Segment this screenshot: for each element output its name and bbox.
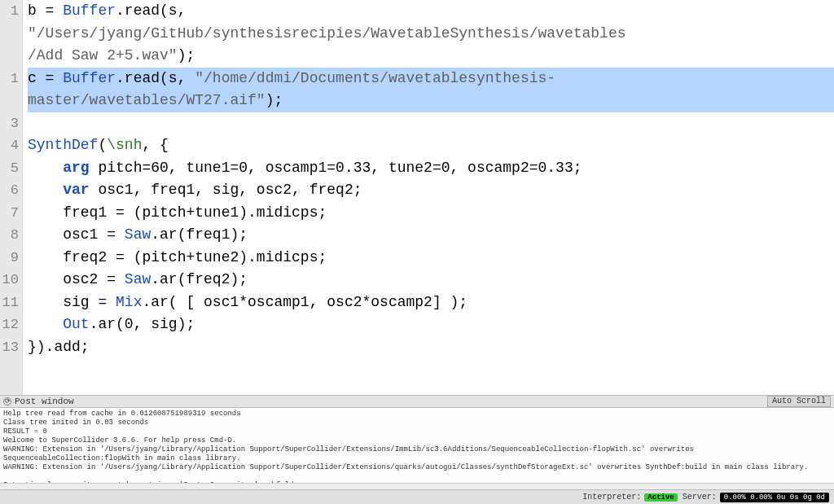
code-token: "/Users/jyang/GitHub/synthesisrecipies/W… — [28, 25, 626, 42]
code-token: Saw — [125, 271, 151, 287]
code-line[interactable]: var osc1, freq1, sig, osc2, freq2; — [28, 179, 834, 202]
line-number: 10 — [0, 269, 19, 291]
interpreter-label: Interpreter: — [582, 493, 641, 502]
line-number: 11 — [0, 291, 19, 314]
code-line[interactable]: }).add; — [28, 336, 834, 359]
line-number: 4 — [0, 134, 19, 157]
code-line[interactable]: sig = Mix.ar( [ osc1*oscamp1, osc2*oscam… — [28, 291, 834, 314]
code-token: c = — [28, 70, 63, 86]
server-metrics[interactable]: 0.00% 0.00% 0u 0s 0g 0d — [720, 493, 829, 502]
code-token: \snh — [107, 137, 142, 153]
line-number — [0, 23, 19, 46]
code-token: .read(s, — [116, 70, 195, 86]
horizontal-scrollbar[interactable] — [0, 483, 834, 489]
line-number: 9 — [0, 247, 19, 270]
code-token: Mix — [116, 294, 142, 310]
post-window[interactable]: Help tree read from cache in 0.012608751… — [0, 408, 834, 483]
code-line[interactable] — [28, 358, 834, 381]
interpreter-status: Interpreter: Active — [582, 493, 677, 502]
status-bar: Interpreter: Active Server: 0.00% 0.00% … — [0, 489, 834, 504]
code-token: var — [63, 182, 89, 198]
code-line[interactable]: b = Buffer.read(s, — [28, 0, 834, 23]
code-token: arg — [63, 160, 89, 176]
code-line[interactable]: arg pitch=60, tune1=0, oscamp1=0.33, tun… — [28, 157, 834, 180]
code-token: master/wavetables/WT27.aif" — [28, 92, 266, 108]
line-number: 5 — [0, 157, 19, 180]
code-line[interactable]: osc2 = Saw.ar(freq2); — [28, 269, 834, 291]
post-window-header: ⟳ Post window Auto Scroll — [0, 395, 834, 408]
line-number — [0, 358, 19, 381]
code-token — [28, 160, 63, 176]
line-number-gutter: 11345678910111213 — [0, 0, 23, 395]
post-window-icon: ⟳ — [3, 397, 11, 405]
line-number: 12 — [0, 313, 19, 336]
auto-scroll-button[interactable]: Auto Scroll — [767, 396, 831, 407]
code-token — [28, 316, 63, 332]
code-token: .ar(0, sig); — [90, 316, 195, 332]
code-line[interactable]: /Add Saw 2+5.wav"); — [28, 45, 834, 68]
code-token: osc2 = — [28, 271, 125, 287]
code-token: ( — [98, 137, 107, 153]
line-number — [0, 90, 19, 112]
code-token: ); — [266, 92, 283, 108]
code-token: .ar(freq1); — [151, 226, 248, 243]
code-line[interactable]: "/Users/jyang/GitHub/synthesisrecipies/W… — [28, 23, 834, 46]
code-token: sig = — [28, 294, 116, 310]
code-token: pitch=60, tune1=0, oscamp1=0.33, tune2=0… — [90, 160, 582, 176]
code-token: , { — [142, 137, 168, 153]
code-line[interactable]: freq2 = (pitch+tune2).midicps; — [28, 247, 834, 270]
code-line[interactable]: osc1 = Saw.ar(freq1); — [28, 224, 834, 247]
code-token: ); — [178, 47, 195, 64]
code-token: /Add Saw 2+5.wav" — [28, 47, 178, 64]
line-number: 13 — [0, 336, 19, 359]
line-number: 7 — [0, 202, 19, 225]
code-line[interactable]: Out.ar(0, sig); — [28, 313, 834, 336]
server-status: Server: 0.00% 0.00% 0u 0s 0g 0d — [683, 493, 829, 502]
code-token: Buffer — [63, 2, 116, 19]
code-token: osc1 = — [28, 226, 125, 243]
line-number: 1 — [0, 68, 19, 90]
interpreter-state[interactable]: Active — [644, 493, 677, 502]
code-token — [28, 182, 63, 198]
post-window-title: Post window — [15, 397, 74, 406]
line-number: 3 — [0, 112, 19, 135]
code-token: .ar( [ osc1*oscamp1, osc2*oscamp2] ); — [142, 294, 467, 310]
code-area[interactable]: b = Buffer.read(s,"/Users/jyang/GitHub/s… — [23, 0, 834, 395]
code-line[interactable]: master/wavetables/WT27.aif"); — [28, 90, 834, 112]
code-token: }).add; — [28, 339, 90, 355]
code-token: osc1, freq1, sig, osc2, freq2; — [90, 182, 362, 198]
code-editor[interactable]: 11345678910111213 b = Buffer.read(s,"/Us… — [0, 0, 834, 395]
code-token: b = — [28, 2, 63, 19]
code-line[interactable]: freq1 = (pitch+tune1).midicps; — [28, 202, 834, 225]
line-number: 6 — [0, 179, 19, 202]
code-token: Out — [63, 316, 89, 332]
code-token: Buffer — [63, 70, 116, 86]
code-line[interactable]: SynthDef(\snh, { — [28, 134, 834, 157]
server-label: Server: — [683, 493, 717, 502]
code-token: .read(s, — [116, 2, 186, 19]
line-number — [0, 45, 19, 68]
line-number: 1 — [0, 0, 19, 23]
code-token: freq1 = (pitch+tune1).midicps; — [28, 204, 327, 221]
code-token: "/home/ddmi/Documents/wavetablesynthesis… — [195, 70, 555, 86]
line-number: 8 — [0, 224, 19, 247]
code-token: freq2 = (pitch+tune2).midicps; — [28, 249, 327, 265]
code-token: SynthDef — [28, 137, 98, 153]
code-line[interactable] — [28, 112, 834, 135]
code-line[interactable]: c = Buffer.read(s, "/home/ddmi/Documents… — [28, 68, 834, 90]
code-token: .ar(freq2); — [151, 271, 248, 287]
code-token: Saw — [125, 226, 151, 243]
